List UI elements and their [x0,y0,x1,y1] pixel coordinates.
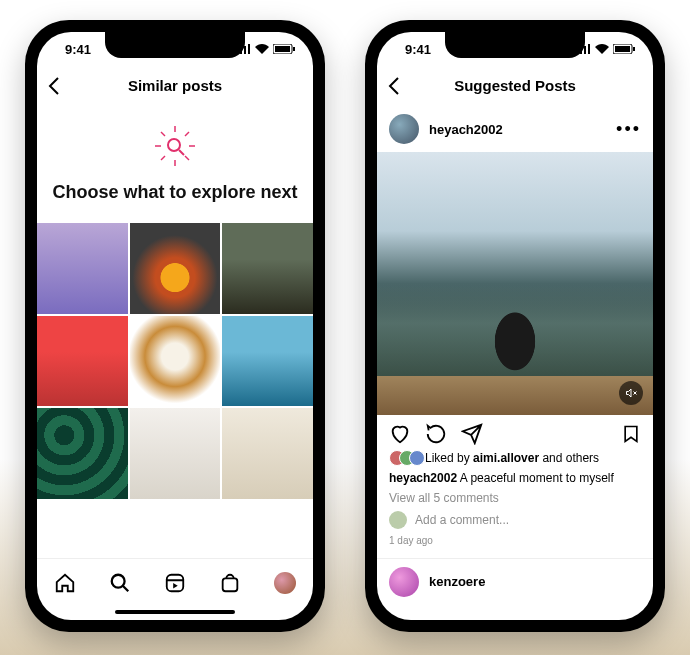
svg-point-13 [112,574,125,587]
page-title: Suggested Posts [377,77,653,94]
post-meta: Liked by aimi.allover and others heyach2… [377,449,653,548]
grid-tile[interactable] [130,408,221,499]
status-time: 9:41 [65,42,91,57]
svg-line-10 [161,156,165,160]
svg-rect-2 [293,47,295,51]
nav-profile[interactable] [273,571,297,595]
phone-left: 9:41 Similar posts [25,20,325,632]
status-time: 9:41 [405,42,431,57]
grid-tile[interactable] [37,316,128,407]
nav-search[interactable] [108,571,132,595]
sparkle-search-icon [153,124,197,168]
hero-title: Choose what to explore next [47,182,303,203]
likes-text: Liked by aimi.allover and others [425,449,599,467]
grid-tile[interactable] [130,316,221,407]
likes-row[interactable]: Liked by aimi.allover and others [389,449,641,467]
back-button[interactable] [387,76,401,96]
svg-rect-20 [633,47,635,51]
nav-shop[interactable] [218,571,242,595]
svg-line-7 [161,132,165,136]
more-button[interactable]: ••• [616,119,641,140]
grid-tile[interactable] [37,408,128,499]
explore-grid [37,223,313,499]
view-all-comments[interactable]: View all 5 comments [389,489,641,507]
add-comment[interactable]: Add a comment... [389,511,641,529]
post-actions [377,415,653,449]
notch [445,32,585,58]
post-time: 1 day ago [389,533,641,548]
svg-line-9 [185,132,189,136]
like-avatars [389,450,419,466]
share-button[interactable] [461,423,483,445]
svg-line-14 [123,585,129,591]
nav-reels[interactable] [163,571,187,595]
svg-point-11 [168,139,180,151]
back-button[interactable] [47,76,61,96]
next-post-header: kenzoere [377,558,653,605]
battery-icon [273,44,295,54]
screen: 9:41 Similar posts [37,32,313,620]
post-username[interactable]: kenzoere [429,574,641,589]
grid-tile[interactable] [130,223,221,314]
screen: 9:41 Suggested Posts heyach2002 ••• [377,32,653,620]
notch [105,32,245,58]
page-title: Similar posts [37,77,313,94]
bottom-nav [37,558,313,606]
nav-home[interactable] [53,571,77,595]
caption: heyach2002 A peaceful moment to myself [389,469,641,487]
avatar[interactable] [389,114,419,144]
phone-right: 9:41 Suggested Posts heyach2002 ••• [365,20,665,632]
mini-avatar [389,511,407,529]
grid-tile[interactable] [222,408,313,499]
svg-rect-19 [615,46,630,52]
comment-button[interactable] [425,423,447,445]
hero: Choose what to explore next [37,106,313,211]
post-image[interactable] [377,152,653,415]
post-username[interactable]: heyach2002 [429,122,606,137]
svg-line-12 [179,150,184,155]
svg-rect-1 [275,46,290,52]
post-header: heyach2002 ••• [377,106,653,152]
header: Suggested Posts [377,66,653,106]
like-button[interactable] [389,423,411,445]
wifi-icon [595,44,609,54]
save-button[interactable] [621,423,641,445]
header: Similar posts [37,66,313,106]
grid-tile[interactable] [222,223,313,314]
grid-tile[interactable] [222,316,313,407]
svg-rect-17 [223,578,238,591]
svg-rect-15 [167,574,184,591]
home-indicator [115,610,235,614]
wifi-icon [255,44,269,54]
grid-tile[interactable] [37,223,128,314]
svg-line-8 [185,156,189,160]
avatar[interactable] [389,567,419,597]
battery-icon [613,44,635,54]
mute-icon[interactable] [619,381,643,405]
